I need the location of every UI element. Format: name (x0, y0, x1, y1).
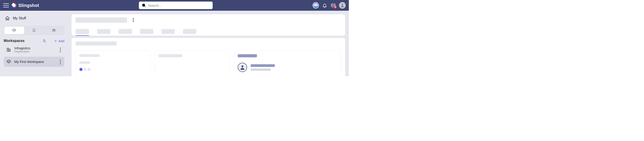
main-content (68, 11, 349, 76)
notifications-button[interactable] (322, 3, 327, 8)
more-vertical-icon (58, 47, 62, 52)
sort-icon (42, 39, 46, 43)
tab-skeleton[interactable] (162, 29, 175, 34)
sidebar-item-org[interactable]: Infragistics Organization (4, 45, 64, 55)
stack-icon (6, 59, 11, 64)
sidebar-item-label: My Stuff (13, 16, 26, 20)
workspace-more-menu[interactable] (133, 18, 134, 22)
plus-icon (54, 39, 58, 43)
skeleton-line (251, 64, 275, 67)
skeleton-line (251, 68, 271, 71)
building-icon (6, 47, 11, 52)
content-card[interactable] (234, 50, 341, 76)
sidebar: My Stuff Workspaces Add (0, 11, 68, 76)
search-input[interactable] (148, 3, 190, 7)
svg-point-5 (54, 29, 55, 30)
workspace-subtitle: Organization (14, 50, 55, 53)
global-search[interactable] (139, 1, 213, 9)
svg-point-9 (60, 49, 61, 50)
menu-toggle[interactable] (3, 3, 9, 7)
search-icon (142, 3, 146, 7)
bookmark-icon (32, 28, 36, 33)
section-title-skeleton (76, 41, 117, 45)
content-card[interactable] (76, 50, 151, 76)
tab-skeleton[interactable] (97, 29, 110, 34)
workspace-more-button[interactable] (58, 60, 62, 64)
sort-workspaces-button[interactable] (42, 39, 46, 43)
skeleton-line (158, 54, 182, 57)
inbox-button[interactable]: 3 (330, 3, 336, 8)
view-toggle-workspaces[interactable] (4, 26, 24, 34)
user-icon (340, 3, 344, 7)
workspace-content-panel (72, 38, 345, 76)
sidebar-view-toggle (4, 26, 64, 35)
user-icon (240, 64, 245, 70)
assistant-avatar[interactable] (312, 2, 319, 8)
svg-point-4 (53, 29, 54, 30)
svg-rect-6 (7, 48, 9, 52)
tab-skeleton[interactable] (76, 29, 89, 34)
workspaces-header: Workspaces Add (4, 39, 64, 43)
bell-icon (322, 3, 327, 8)
view-toggle-bookmarks[interactable] (24, 26, 44, 34)
skeleton-line (80, 61, 90, 64)
avatar (238, 63, 247, 72)
top-nav: Slingshot 3 (0, 0, 349, 11)
svg-point-10 (60, 51, 61, 52)
workspace-title-skeleton (76, 17, 127, 23)
workspace-header-panel (72, 14, 345, 36)
content-card[interactable] (155, 50, 230, 76)
more-vertical-icon (58, 60, 62, 64)
add-workspace-label: Add (58, 39, 64, 43)
skeleton-line (238, 54, 257, 57)
svg-rect-7 (9, 49, 10, 51)
workspace-tabs (76, 29, 341, 34)
tab-skeleton[interactable] (140, 29, 154, 34)
tab-skeleton[interactable] (118, 29, 132, 34)
stack-icon (12, 28, 16, 33)
tab-skeleton[interactable] (183, 29, 196, 34)
user-avatar[interactable] (339, 2, 346, 9)
svg-point-13 (60, 63, 61, 64)
svg-point-12 (60, 62, 61, 62)
sidebar-item-workspace[interactable]: My First Workspace (4, 57, 64, 67)
card-row (76, 50, 341, 76)
progress-dots (80, 68, 147, 71)
progress-dot (84, 68, 86, 71)
home-icon (5, 16, 10, 21)
svg-point-11 (60, 60, 61, 61)
progress-dot (80, 68, 82, 71)
app-name: Slingshot (18, 3, 39, 8)
workspace-more-button[interactable] (58, 47, 62, 52)
people-icon (52, 28, 56, 33)
add-workspace-button[interactable]: Add (54, 39, 64, 43)
app-body: My Stuff Workspaces Add (0, 11, 349, 76)
svg-point-8 (60, 48, 61, 49)
app-brand[interactable]: Slingshot (12, 3, 39, 8)
view-toggle-people[interactable] (44, 26, 64, 34)
svg-point-14 (242, 65, 244, 67)
progress-dot (88, 68, 90, 71)
inbox-badge: 3 (334, 5, 337, 8)
svg-point-3 (342, 4, 343, 5)
workspace-name: Infragistics (14, 46, 55, 50)
app-logo-icon (12, 3, 16, 8)
svg-line-1 (145, 6, 146, 7)
workspaces-title: Workspaces (4, 39, 40, 43)
skeleton-line (80, 54, 100, 57)
sidebar-item-my-stuff[interactable]: My Stuff (4, 13, 64, 24)
workspace-name: My First Workspace (14, 60, 55, 64)
